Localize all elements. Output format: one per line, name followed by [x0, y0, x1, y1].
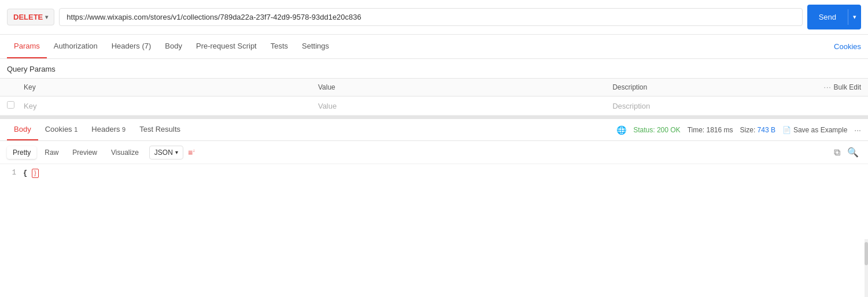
bulk-edit-label: Bulk Edit — [834, 83, 861, 91]
response-tab-cookies[interactable]: Cookies 1 — [38, 119, 85, 140]
scrollbar-track[interactable] — [865, 239, 868, 297]
globe-icon: 🌐 — [616, 125, 626, 135]
open-brace: { — [23, 169, 27, 177]
params-table-header: Key Value Description ··· Bulk Edit — [0, 79, 868, 96]
json-chevron: ▾ — [175, 149, 178, 155]
query-params-title: Query Params — [0, 59, 868, 78]
request-bar: DELETE ▾ Send ▾ — [0, 0, 868, 35]
search-button[interactable]: 🔍 — [845, 144, 861, 160]
response-tab-headers[interactable]: Headers 9 — [84, 119, 132, 140]
json-format-selector[interactable]: JSON ▾ — [149, 146, 183, 159]
save-icon: 📄 — [782, 126, 791, 134]
response-status: Status: 200 OK — [633, 126, 680, 134]
bulk-edit-container[interactable]: ··· Bulk Edit — [824, 83, 861, 91]
response-time: Time: 1816 ms — [688, 126, 733, 134]
url-input[interactable] — [59, 8, 802, 26]
format-pretty-button[interactable]: Pretty — [7, 146, 36, 159]
code-area: 1 { } — [0, 164, 868, 183]
copy-button[interactable]: ⧉ — [832, 145, 843, 160]
response-tabs-bar: Body Cookies 1 Headers 9 Test Results 🌐 … — [0, 119, 868, 141]
response-size-label: Size: 743 B — [740, 126, 775, 134]
response-tab-test-results[interactable]: Test Results — [132, 119, 187, 140]
tab-settings[interactable]: Settings — [295, 35, 336, 58]
top-section: DELETE ▾ Send ▾ Params Authorization Hea… — [0, 0, 868, 116]
send-button[interactable]: Send — [807, 9, 848, 25]
row-value[interactable]: Value — [311, 96, 605, 116]
send-button-group: Send ▾ — [807, 5, 861, 29]
tab-tests[interactable]: Tests — [264, 35, 295, 58]
response-tab-body[interactable]: Body — [7, 119, 38, 140]
row-description[interactable]: Description — [605, 96, 817, 116]
method-chevron: ▾ — [45, 14, 48, 20]
method-label: DELETE — [13, 13, 43, 21]
collapse-button[interactable]: } — [32, 169, 38, 178]
format-toolbar: Pretty Raw Preview Visualize JSON ▾ ≡↓ ⧉… — [0, 141, 868, 164]
bulk-edit-dots: ··· — [824, 83, 832, 91]
row-key[interactable]: Key — [17, 96, 311, 116]
save-as-example-button[interactable]: 📄 Save as Example — [782, 126, 847, 134]
code-content[interactable]: { } — [23, 169, 868, 178]
format-visualize-button[interactable]: Visualize — [105, 146, 145, 159]
row-checkbox[interactable] — [0, 96, 17, 116]
table-row: Key Value Description — [0, 96, 868, 116]
row-actions — [817, 96, 868, 116]
scrollbar-thumb[interactable] — [865, 242, 868, 265]
tab-authorization[interactable]: Authorization — [47, 35, 105, 58]
send-dropdown-button[interactable]: ▾ — [848, 9, 861, 25]
value-col-header: Value — [311, 79, 605, 96]
params-table: Key Value Description ··· Bulk Edit Key … — [0, 78, 868, 116]
actions-col-header: ··· Bulk Edit — [817, 79, 868, 96]
cookies-link[interactable]: Cookies — [834, 35, 861, 58]
format-raw-button[interactable]: Raw — [39, 146, 64, 159]
json-label: JSON — [154, 148, 173, 157]
method-selector[interactable]: DELETE ▾ — [7, 9, 54, 25]
filter-icon[interactable]: ≡↓ — [188, 148, 195, 157]
tab-body[interactable]: Body — [158, 35, 189, 58]
format-preview-button[interactable]: Preview — [67, 146, 103, 159]
tab-pre-request-script[interactable]: Pre-request Script — [189, 35, 264, 58]
response-meta: 🌐 Status: 200 OK Time: 1816 ms Size: 743… — [616, 125, 861, 135]
more-options-icon[interactable]: ··· — [854, 125, 861, 135]
tab-params[interactable]: Params — [7, 35, 47, 58]
checkbox-col-header — [0, 79, 17, 96]
line-numbers: 1 — [0, 169, 23, 178]
description-col-header: Description — [605, 79, 817, 96]
code-line-1: { } — [23, 169, 868, 178]
app-container: DELETE ▾ Send ▾ Params Authorization Hea… — [0, 0, 868, 297]
response-section: Body Cookies 1 Headers 9 Test Results 🌐 … — [0, 117, 868, 183]
line-number-1: 1 — [7, 169, 16, 177]
request-tabs-bar: Params Authorization Headers (7) Body Pr… — [0, 35, 868, 59]
key-col-header: Key — [17, 79, 311, 96]
tab-headers[interactable]: Headers (7) — [105, 35, 158, 58]
